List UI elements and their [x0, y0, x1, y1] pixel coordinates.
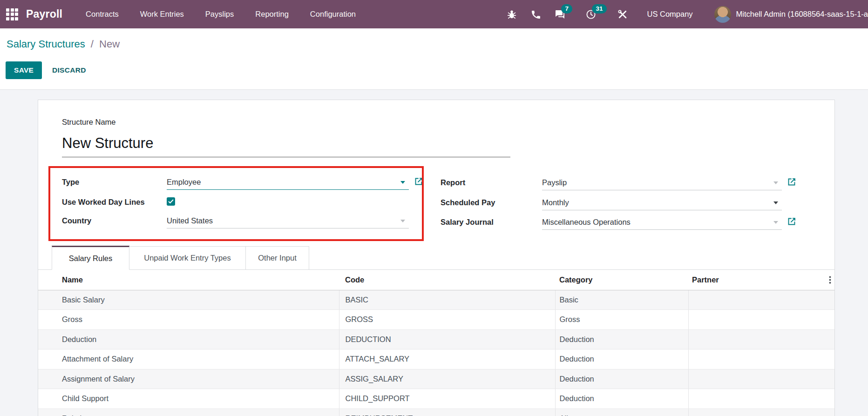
menu-payslips[interactable]: Payslips [205, 10, 234, 19]
menu-reporting[interactable]: Reporting [255, 10, 289, 19]
cell-category[interactable]: Deduction [555, 369, 688, 389]
cell-partner[interactable] [688, 290, 826, 310]
cell-partner[interactable] [688, 369, 826, 389]
report-label: Report [441, 175, 534, 190]
caret-down-icon[interactable] [400, 220, 405, 222]
cell-name[interactable]: Assignment of Salary [38, 369, 339, 389]
table-row[interactable]: Basic Salary BASIC Basic [38, 290, 834, 310]
table-header-row: Name Code Category Partner [38, 270, 834, 290]
cell-category[interactable]: Gross [555, 310, 688, 330]
breadcrumb-current-new: New [99, 38, 120, 50]
salary-journal-external-link-icon[interactable] [787, 217, 796, 226]
country-label: Country [62, 213, 160, 228]
breadcrumb-salary-structures[interactable]: Salary Structures [7, 38, 85, 50]
cell-code[interactable]: BASIC [339, 290, 555, 310]
cell-code[interactable]: REIMBURSEMENT [339, 409, 555, 416]
optional-columns-kebab-icon[interactable] [826, 276, 834, 284]
type-external-link-icon[interactable] [414, 177, 423, 186]
salary-rules-table-body: Basic Salary BASIC Basic Gross GROSS Gro… [38, 290, 834, 416]
country-input[interactable]: United States [167, 213, 409, 228]
phone-icon[interactable] [530, 9, 542, 20]
breadcrumb: Salary Structures / New [7, 38, 120, 50]
column-header-name[interactable]: Name [38, 270, 339, 290]
menu-contracts[interactable]: Contracts [86, 10, 119, 19]
caret-down-icon[interactable] [773, 181, 778, 184]
column-header-partner[interactable]: Partner [688, 270, 826, 290]
structure-name-label: Structure Name [62, 118, 116, 127]
report-input[interactable]: Payslip [542, 175, 782, 190]
tools-icon[interactable] [617, 9, 628, 20]
table-row[interactable]: Reimbursement REIMBURSEMENT Allowance [38, 409, 834, 416]
cell-partner[interactable] [688, 349, 826, 369]
activities-button[interactable]: 31 [585, 9, 597, 20]
cell-partner[interactable] [688, 389, 826, 409]
company-switcher[interactable]: US Company [647, 10, 692, 19]
menu-work-entries[interactable]: Work Entries [140, 10, 184, 19]
cell-name[interactable]: Deduction [38, 329, 339, 349]
top-navbar: Payroll Contracts Work Entries Payslips … [0, 0, 868, 28]
table-row[interactable]: Attachment of Salary ATTACH_SALARY Deduc… [38, 349, 834, 369]
cell-partner[interactable] [688, 409, 826, 416]
content-area: Structure Name New Structure Type Employ… [0, 90, 868, 416]
scheduled-pay-label: Scheduled Pay [441, 195, 534, 210]
main-menu: Contracts Work Entries Payslips Reportin… [86, 10, 356, 19]
tab-other-input[interactable]: Other Input [246, 246, 309, 270]
cell-name[interactable]: Basic Salary [38, 290, 339, 310]
scheduled-pay-select[interactable]: Monthly [542, 195, 782, 210]
cell-category[interactable]: Deduction [555, 329, 688, 349]
salary-rules-table: Name Code Category Partner Basic Salary … [38, 270, 834, 416]
tab-unpaid-work-entry-types[interactable]: Unpaid Work Entry Types [129, 246, 246, 270]
table-row[interactable]: Child Support CHILD_SUPPORT Deduction [38, 389, 834, 409]
debug-bug-icon[interactable] [506, 9, 517, 20]
user-menu[interactable]: Mitchell Admin (16088564-saas-15-1-a [736, 10, 868, 19]
cell-name[interactable]: Gross [38, 310, 339, 330]
cell-code[interactable]: ASSIG_SALARY [339, 369, 555, 389]
cell-category[interactable]: Deduction [555, 349, 688, 369]
cell-partner[interactable] [688, 310, 826, 330]
cell-category[interactable]: Basic [555, 290, 688, 310]
tab-salary-rules[interactable]: Salary Rules [52, 246, 129, 270]
column-header-code[interactable]: Code [339, 270, 555, 290]
use-worked-day-lines-checkbox[interactable] [167, 197, 175, 206]
country-value: United States [167, 216, 213, 225]
table-row[interactable]: Assignment of Salary ASSIG_SALARY Deduct… [38, 369, 834, 389]
report-external-link-icon[interactable] [787, 178, 796, 186]
cell-name[interactable]: Reimbursement [38, 409, 339, 416]
menu-configuration[interactable]: Configuration [310, 10, 356, 19]
save-button[interactable]: SAVE [6, 61, 42, 79]
type-value: Employee [167, 178, 201, 187]
salary-journal-label: Salary Journal [441, 215, 534, 230]
caret-down-icon[interactable] [773, 221, 778, 224]
app-brand-payroll[interactable]: Payroll [26, 8, 62, 20]
structure-name-input[interactable]: New Structure [62, 130, 510, 157]
cell-name[interactable]: Attachment of Salary [38, 349, 339, 369]
table-row[interactable]: Gross GROSS Gross [38, 310, 834, 330]
cell-code[interactable]: CHILD_SUPPORT [339, 389, 555, 409]
table-row[interactable]: Deduction DEDUCTION Deduction [38, 329, 834, 349]
caret-down-icon[interactable] [773, 201, 778, 204]
discard-button[interactable]: DISCARD [47, 61, 92, 79]
user-avatar[interactable] [714, 6, 731, 23]
messages-button[interactable]: 7 [555, 9, 566, 20]
cell-name[interactable]: Child Support [38, 389, 339, 409]
report-value: Payslip [542, 178, 567, 187]
notebook-tabs-bar: Salary Rules Unpaid Work Entry Types Oth… [38, 246, 834, 270]
messages-count-badge: 7 [561, 4, 572, 13]
type-input[interactable]: Employee [167, 174, 409, 190]
column-header-category[interactable]: Category [555, 270, 688, 290]
cell-partner[interactable] [688, 329, 826, 349]
breadcrumb-separator: / [88, 38, 96, 50]
cell-code[interactable]: GROSS [339, 310, 555, 330]
form-sheet: Structure Name New Structure Type Employ… [38, 100, 835, 416]
salary-journal-input[interactable]: Miscellaneous Operations [542, 215, 782, 230]
cell-category[interactable]: Deduction [555, 389, 688, 409]
activities-count-badge: 31 [592, 4, 606, 13]
caret-down-icon[interactable] [400, 181, 405, 184]
cell-code[interactable]: DEDUCTION [339, 329, 555, 349]
use-worked-day-lines-label: Use Worked Day Lines [62, 195, 160, 210]
apps-grid-icon[interactable] [6, 8, 18, 20]
type-label: Type [62, 174, 160, 190]
cell-category[interactable]: Allowance [555, 409, 688, 416]
scheduled-pay-value: Monthly [542, 198, 569, 207]
cell-code[interactable]: ATTACH_SALARY [339, 349, 555, 369]
